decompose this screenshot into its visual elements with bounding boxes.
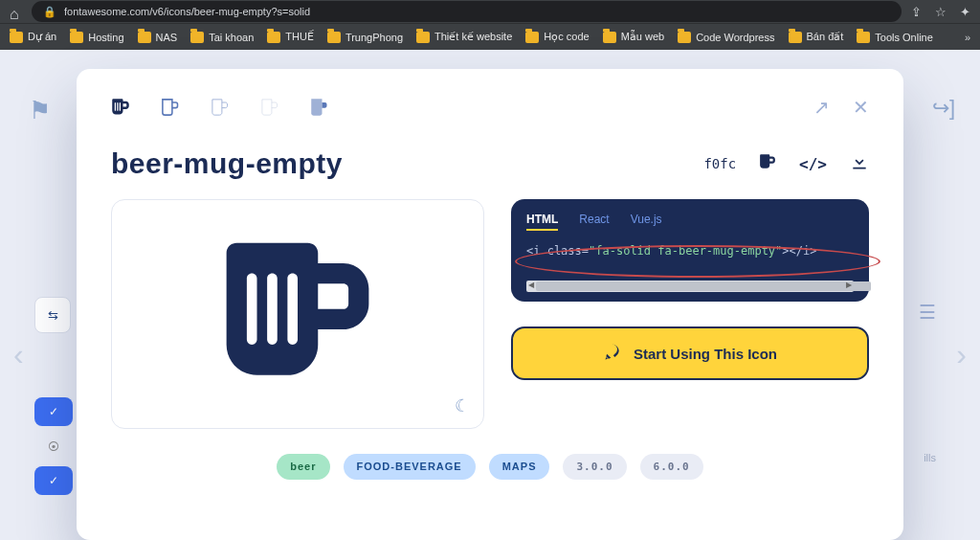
dark-mode-toggle-icon[interactable]: ☾	[455, 395, 470, 416]
folder-icon	[678, 32, 691, 43]
browser-chrome: ⌂ 🔒 fontawesome.com/v6/icons/beer-mug-em…	[0, 0, 980, 23]
start-using-button[interactable]: Start Using This Icon	[511, 326, 869, 380]
unicode-value[interactable]: f0fc	[703, 156, 736, 171]
icon-name-heading: beer-mug-empty	[111, 147, 343, 180]
url-text: fontawesome.com/v6/icons/beer-mug-empty?…	[64, 6, 310, 17]
bookmark-item[interactable]: Thiết kế website	[416, 31, 512, 43]
list-icon[interactable]: ☰	[919, 301, 936, 324]
tag-version[interactable]: 6.0.0	[640, 454, 703, 480]
code-tab-vue[interactable]: Vue.js	[631, 213, 662, 231]
bookmark-item[interactable]: Hosting	[70, 32, 123, 43]
code-tab-html[interactable]: HTML	[526, 213, 558, 231]
bookmark-item[interactable]: TrungPhong	[327, 32, 403, 43]
bookmark-item[interactable]: Tai khoan	[190, 32, 254, 43]
style-thin[interactable]	[260, 98, 279, 117]
home-icon[interactable]: ⌂	[10, 6, 22, 18]
bookmark-item[interactable]: Code Wordpress	[678, 32, 774, 43]
folder-icon	[327, 32, 341, 43]
style-light[interactable]	[211, 98, 230, 117]
tag-version[interactable]: 3.0.0	[563, 454, 626, 480]
folder-icon	[857, 32, 870, 43]
icon-glyph-preview[interactable]	[759, 153, 776, 174]
login-icon[interactable]: ↪]	[932, 96, 955, 121]
code-tab-react[interactable]: React	[579, 213, 609, 231]
fa-logo-flag-icon[interactable]: ⚑	[29, 96, 51, 125]
folder-icon	[525, 32, 539, 43]
puzzle-icon[interactable]: ✦	[960, 5, 970, 19]
beer-mug-empty-icon	[216, 233, 379, 395]
style-regular[interactable]	[161, 98, 180, 117]
bookmark-item[interactable]: Bán đất	[789, 31, 844, 43]
bookmark-item[interactable]: Học code	[525, 31, 589, 43]
filter-chip[interactable]: ✓	[34, 397, 73, 426]
folder-icon	[603, 32, 616, 43]
lock-icon: 🔒	[43, 6, 56, 18]
rocket-icon	[603, 343, 622, 365]
folder-icon	[267, 32, 280, 43]
code-snippet[interactable]: <i class="fa-solid fa-beer-mug-empty"></…	[526, 244, 854, 258]
filter-chip[interactable]: ✓	[34, 466, 73, 495]
tag-category[interactable]: MAPS	[489, 454, 550, 480]
open-new-icon[interactable]: ↗	[813, 96, 830, 119]
folder-icon	[70, 32, 83, 43]
background-label: ills	[924, 452, 936, 463]
download-icon[interactable]	[850, 152, 869, 175]
bookmark-item[interactable]: NAS	[138, 32, 178, 43]
close-icon[interactable]: ✕	[853, 96, 869, 119]
horizontal-scrollbar[interactable]: ◀▶	[526, 281, 854, 292]
share-icon[interactable]: ⇪	[911, 5, 922, 19]
star-icon[interactable]: ☆	[935, 5, 947, 19]
icon-detail-modal: ↗ ✕ beer-mug-empty f0fc </> ☾	[77, 69, 903, 540]
folder-icon	[10, 32, 23, 43]
folder-icon	[190, 32, 204, 43]
bookmarks-overflow[interactable]: »	[965, 32, 970, 43]
icon-preview-card: ☾	[111, 199, 484, 429]
code-icon[interactable]: </>	[799, 155, 827, 173]
folder-icon	[138, 32, 151, 43]
address-bar[interactable]: 🔒 fontawesome.com/v6/icons/beer-mug-empt…	[32, 1, 902, 22]
left-tool-button[interactable]: ⇆	[34, 297, 71, 333]
bookmark-item[interactable]: Dự án	[10, 31, 56, 43]
code-snippet-box: HTML React Vue.js <i class="fa-solid fa-…	[511, 199, 869, 302]
bookmark-item[interactable]: Mẫu web	[603, 31, 665, 43]
bookmark-item[interactable]: Tools Online	[857, 32, 933, 43]
style-duotone[interactable]	[310, 98, 329, 117]
cta-label: Start Using This Icon	[634, 346, 777, 362]
bookmarks-bar: Dự án Hosting NAS Tai khoan THUẾ TrungPh…	[0, 23, 980, 50]
next-arrow-icon[interactable]: ›	[956, 337, 967, 372]
filter-chip[interactable]: ⦿	[34, 433, 73, 461]
folder-icon	[789, 32, 802, 43]
prev-arrow-icon[interactable]: ‹	[13, 337, 24, 372]
bookmark-item[interactable]: THUẾ	[267, 31, 314, 43]
tag-alias[interactable]: beer	[277, 454, 329, 480]
tag-category[interactable]: FOOD-BEVERAGE	[344, 454, 476, 480]
folder-icon	[416, 32, 430, 43]
tag-row: beer FOOD-BEVERAGE MAPS 3.0.0 6.0.0	[111, 454, 869, 480]
style-solid[interactable]	[111, 98, 130, 117]
icon-style-picker	[111, 98, 329, 117]
